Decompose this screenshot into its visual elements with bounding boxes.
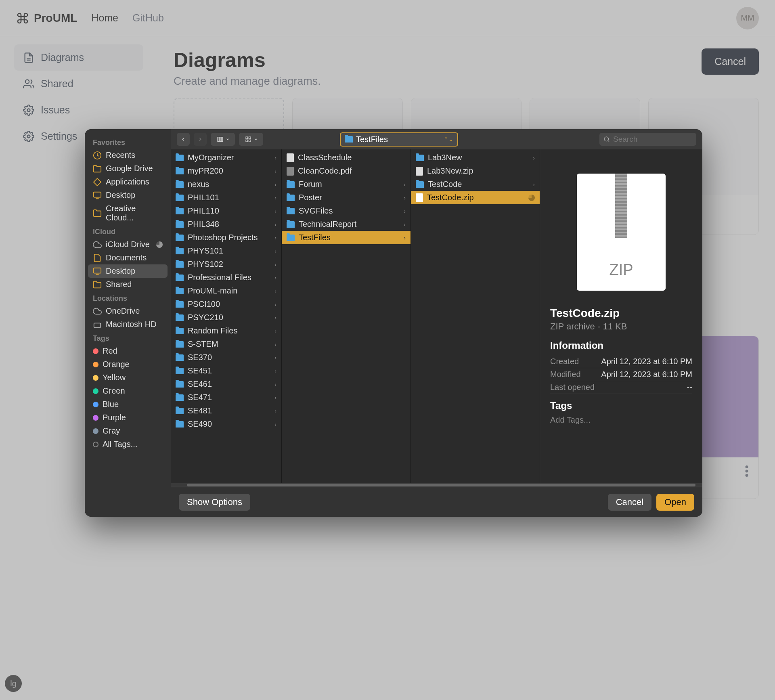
clock-icon xyxy=(93,151,102,160)
browser-item[interactable]: Poster› xyxy=(282,191,411,204)
browser-item[interactable]: Random Files› xyxy=(171,324,281,337)
folder-icon xyxy=(176,221,184,228)
tag-item[interactable]: Gray xyxy=(88,424,168,438)
forward-button[interactable] xyxy=(194,133,207,146)
browser-item[interactable]: TestCode.zip xyxy=(411,191,540,204)
browser-item[interactable]: SE451› xyxy=(171,364,281,377)
browser-item[interactable]: SE471› xyxy=(171,391,281,404)
dialog-sidebar-item[interactable]: iCloud Drive xyxy=(88,238,168,251)
dialog-sidebar-item[interactable]: Applications xyxy=(88,175,168,189)
browser-item[interactable]: MyOrganizer› xyxy=(171,151,281,164)
chevron-updown-icon: ⌃⌄ xyxy=(444,136,453,143)
browser-column-1[interactable]: MyOrganizer›myPR200›nexus›PHIL101›PHIL11… xyxy=(171,149,282,483)
folder-icon xyxy=(176,275,184,281)
browser-item[interactable]: PSYC210› xyxy=(171,311,281,324)
dialog-sidebar-item[interactable]: Desktop xyxy=(88,264,168,278)
dialog-sidebar-item[interactable]: Desktop xyxy=(88,189,168,202)
section-icloud: iCloud xyxy=(88,224,168,238)
folder-icon xyxy=(176,341,184,348)
lastopened-value: -- xyxy=(687,383,692,392)
item-label: myPR200 xyxy=(188,166,223,176)
browser-item[interactable]: PSCI100› xyxy=(171,298,281,311)
browser-item[interactable]: TestFiles› xyxy=(282,231,411,244)
item-label: SE471 xyxy=(188,393,212,402)
dialog-sidebar-item[interactable]: Creative Cloud... xyxy=(88,202,168,224)
tag-item[interactable]: All Tags... xyxy=(88,438,168,451)
sidebar-item-label: Shared xyxy=(106,280,132,289)
browser-item[interactable]: PHYS101› xyxy=(171,244,281,258)
browser-item[interactable]: PHYS102› xyxy=(171,258,281,271)
browser-item[interactable]: Lab3New.zip xyxy=(411,164,540,178)
browser-column-3[interactable]: Lab3New›Lab3New.zipTestCode›TestCode.zip xyxy=(411,149,540,483)
folder-icon xyxy=(176,168,184,174)
group-button[interactable] xyxy=(239,133,263,146)
item-label: PHIL101 xyxy=(188,193,219,202)
tag-dot-icon xyxy=(93,402,98,407)
chevron-right-icon: › xyxy=(404,195,406,201)
browser-item[interactable]: PHIL348› xyxy=(171,218,281,231)
sidebar-item-label: OneDrive xyxy=(106,306,140,316)
show-options-button[interactable]: Show Options xyxy=(179,494,250,511)
browser-item[interactable]: Forum› xyxy=(282,178,411,191)
browser-item[interactable]: TestCode› xyxy=(411,178,540,191)
dialog-sidebar-item[interactable]: Google Drive xyxy=(88,162,168,175)
tag-label: Purple xyxy=(103,413,126,422)
item-label: Forum xyxy=(299,180,322,189)
browser-item[interactable]: Professional Files› xyxy=(171,271,281,284)
dialog-sidebar-item[interactable]: OneDrive xyxy=(88,304,168,318)
search-input[interactable] xyxy=(613,135,692,144)
browser-item[interactable]: SE370› xyxy=(171,351,281,364)
folder-icon xyxy=(176,235,184,241)
browser-item[interactable]: ProUML-main› xyxy=(171,284,281,298)
horizontal-scrollbar[interactable] xyxy=(171,483,702,487)
item-label: ClassSchedule xyxy=(298,153,352,162)
item-label: SVGFiles xyxy=(299,206,333,216)
tag-item[interactable]: Yellow xyxy=(88,371,168,384)
dialog-toolbar: TestFiles ⌃⌄ xyxy=(171,129,702,149)
dialog-footer: Show Options Cancel Open xyxy=(171,487,702,517)
browser-item[interactable]: ClassSchedule xyxy=(282,151,411,164)
tag-label: Red xyxy=(103,346,117,356)
dialog-open-button[interactable]: Open xyxy=(656,494,694,511)
tag-item[interactable]: Blue xyxy=(88,398,168,411)
browser-item[interactable]: S-STEM› xyxy=(171,337,281,351)
browser-item[interactable]: SVGFiles› xyxy=(282,204,411,218)
browser-item[interactable]: CleanCode.pdf xyxy=(282,164,411,178)
tag-item[interactable]: Green xyxy=(88,384,168,398)
dialog-sidebar-item[interactable]: Recents xyxy=(88,149,168,162)
item-label: nexus xyxy=(188,180,209,189)
tag-item[interactable]: Red xyxy=(88,344,168,358)
browser-item[interactable]: nexus› xyxy=(171,178,281,191)
dialog-cancel-button[interactable]: Cancel xyxy=(608,494,651,511)
apps-icon xyxy=(93,178,102,187)
tag-label: All Tags... xyxy=(103,440,137,449)
browser-item[interactable]: TechnicalReport› xyxy=(282,218,411,231)
dialog-sidebar-item[interactable]: Documents xyxy=(88,251,168,264)
chevron-right-icon: › xyxy=(274,354,276,361)
preview-thumbnail xyxy=(577,174,666,291)
svg-rect-27 xyxy=(249,140,251,142)
browser-item[interactable]: SE481› xyxy=(171,404,281,417)
add-tags-field[interactable]: Add Tags... xyxy=(550,415,692,425)
browser-item[interactable]: Lab3New› xyxy=(411,151,540,164)
section-locations: Locations xyxy=(88,291,168,304)
browser-item[interactable]: SE490› xyxy=(171,417,281,431)
browser-item[interactable]: myPR200› xyxy=(171,164,281,178)
browser-item[interactable]: PHIL101› xyxy=(171,191,281,204)
tag-item[interactable]: Orange xyxy=(88,358,168,371)
search-box[interactable] xyxy=(599,133,696,146)
browser-column-2[interactable]: ClassScheduleCleanCode.pdfForum›Poster›S… xyxy=(282,149,411,483)
back-button[interactable] xyxy=(177,133,190,146)
path-crumb[interactable]: TestFiles ⌃⌄ xyxy=(340,132,458,147)
browser-item[interactable]: SE461› xyxy=(171,377,281,391)
item-label: PHYS102 xyxy=(188,260,223,269)
dialog-sidebar-item[interactable]: Shared xyxy=(88,278,168,291)
preview-filename: TestCode.zip xyxy=(550,307,692,320)
dialog-sidebar-item[interactable]: Macintosh HD xyxy=(88,318,168,331)
view-columns-button[interactable] xyxy=(211,133,235,146)
item-label: TechnicalReport xyxy=(299,220,356,229)
browser-item[interactable]: PHIL110› xyxy=(171,204,281,218)
tag-item[interactable]: Purple xyxy=(88,411,168,424)
browser-item[interactable]: Photoshop Projects› xyxy=(171,231,281,244)
sidebar-item-label: Google Drive xyxy=(106,164,153,173)
